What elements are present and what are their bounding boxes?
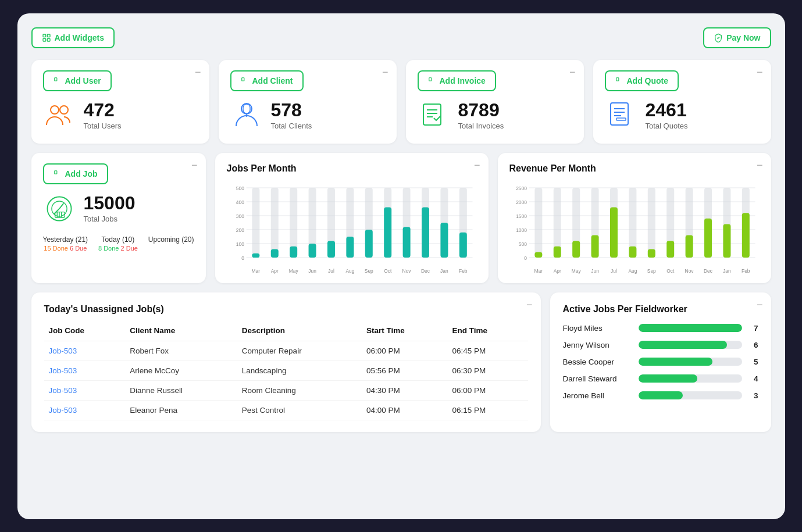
fieldworker-bar-bg (639, 391, 742, 399)
svg-rect-42 (252, 188, 259, 258)
svg-text:Nov: Nov (685, 267, 694, 273)
fieldworker-count: 7 (748, 324, 758, 333)
svg-rect-17 (616, 77, 618, 80)
jobs-card-minus[interactable]: − (191, 160, 198, 170)
job-code-link[interactable]: Job-503 (49, 366, 77, 375)
svg-text:Apr: Apr (553, 267, 561, 273)
top-bar: Add Widgets Pay Now (31, 27, 771, 48)
svg-text:Jul: Jul (611, 267, 617, 273)
widget-icon (42, 33, 51, 42)
svg-text:Jun: Jun (591, 267, 599, 273)
quotes-card-minus[interactable]: − (757, 67, 763, 77)
dashboard: Add Widgets Pay Now − Add User (17, 13, 785, 519)
jobs-chart-minus[interactable]: − (474, 160, 480, 170)
svg-text:Feb: Feb (742, 267, 750, 273)
svg-text:Aug: Aug (628, 267, 637, 273)
svg-text:2000: 2000 (516, 199, 527, 205)
users-card: − Add User 472 Tota (31, 60, 209, 144)
add-client-button[interactable]: Add Client (230, 70, 304, 91)
svg-point-7 (60, 106, 68, 114)
col-job-code: Job Code (44, 323, 126, 341)
svg-rect-100 (591, 235, 598, 257)
unassigned-jobs-minus[interactable]: − (526, 299, 533, 310)
job-code-link[interactable]: Job-503 (49, 347, 77, 355)
svg-text:Apr: Apr (270, 267, 278, 273)
svg-text:1000: 1000 (516, 227, 527, 233)
add-invoice-button[interactable]: Add Invoice (418, 70, 496, 91)
svg-rect-52 (308, 244, 316, 258)
svg-text:Feb: Feb (459, 267, 468, 273)
jobs-icon (43, 192, 76, 225)
svg-text:Mar: Mar (251, 267, 260, 273)
fieldworker-name: Bessie Cooper (563, 358, 633, 366)
quote-add-icon (615, 77, 623, 85)
summary-row: − Add User 472 Tota (31, 60, 771, 144)
svg-rect-8 (241, 77, 244, 80)
client-icon (230, 99, 263, 132)
fieldworker-list: Floyd Miles 7 Jenny Wilson 6 Bessie Coop… (563, 324, 758, 400)
svg-rect-97 (572, 241, 580, 258)
add-widgets-button[interactable]: Add Widgets (31, 27, 115, 48)
svg-rect-112 (666, 241, 674, 258)
svg-text:1500: 1500 (516, 213, 527, 219)
col-client-name: Client Name (125, 323, 237, 341)
svg-text:Jan: Jan (723, 267, 731, 273)
job-code-link[interactable]: Job-503 (49, 386, 77, 395)
fieldworker-name: Jenny Wilson (563, 341, 633, 349)
fieldworker-card-minus[interactable]: − (757, 299, 763, 310)
svg-text:2500: 2500 (516, 185, 527, 191)
clients-card-minus[interactable]: − (382, 67, 388, 77)
svg-rect-22 (616, 118, 626, 120)
svg-rect-64 (384, 207, 391, 257)
revenue-chart-minus[interactable]: − (757, 160, 763, 170)
fieldworker-row: Jenny Wilson 6 (563, 341, 758, 349)
jobs-chart-card: − Jobs Per Month 0100200300400500MarAprM… (215, 153, 489, 283)
svg-rect-0 (43, 34, 46, 37)
users-card-minus[interactable]: − (195, 67, 201, 77)
svg-rect-91 (534, 252, 542, 258)
svg-rect-43 (252, 253, 259, 257)
jobs-meta: Yesterday (21) 15 Done 6 Due Today (10) … (43, 235, 194, 252)
col-description: Description (237, 323, 362, 341)
svg-rect-67 (402, 227, 410, 258)
svg-text:Oct: Oct (666, 267, 675, 273)
add-quote-button[interactable]: Add Quote (605, 70, 679, 91)
fieldworker-count: 4 (748, 374, 758, 383)
users-icon (43, 99, 76, 132)
invoice-add-icon (428, 77, 436, 85)
pay-now-button[interactable]: Pay Now (703, 27, 771, 48)
fieldworker-name: Jerome Bell (563, 391, 633, 400)
svg-rect-46 (270, 249, 278, 257)
quotes-card: − Add Quote 2461 (593, 60, 771, 144)
revenue-chart: 05001000150020002500MarAprMayJunJulAugSe… (509, 182, 760, 275)
fieldworker-count: 5 (748, 358, 758, 366)
fieldworker-bar-bg (639, 324, 742, 332)
fieldworker-bar (639, 391, 683, 399)
svg-text:Dec: Dec (704, 267, 713, 273)
upcoming-label: Upcoming (20) (148, 235, 194, 244)
invoices-card-minus[interactable]: − (569, 67, 576, 77)
today-stats: 8 Done 2 Due (98, 245, 138, 252)
svg-rect-124 (742, 213, 749, 258)
svg-text:Sep: Sep (364, 267, 373, 273)
clients-card: − Add Client 578 To (219, 60, 397, 144)
svg-text:Aug: Aug (345, 267, 354, 273)
job-code-link[interactable]: Job-503 (49, 406, 77, 415)
svg-rect-1 (47, 34, 50, 37)
svg-text:0: 0 (241, 255, 244, 260)
col-end-time: End Time (447, 323, 527, 341)
svg-rect-76 (459, 232, 466, 257)
add-job-button[interactable]: Add Job (43, 163, 108, 184)
add-user-button[interactable]: Add User (43, 70, 112, 91)
svg-rect-13 (423, 104, 441, 125)
invoice-icon (418, 99, 450, 132)
fieldworker-name: Darrell Steward (563, 374, 633, 383)
svg-text:400: 400 (236, 199, 244, 205)
fieldworker-bar (639, 341, 728, 349)
user-add-icon (54, 77, 62, 85)
svg-text:300: 300 (236, 213, 244, 219)
yesterday-label: Yesterday (21) (43, 235, 88, 244)
fieldworker-bar-bg (639, 358, 742, 366)
invoices-card: − Add Invoice 87 (406, 60, 584, 144)
svg-text:Sep: Sep (647, 267, 655, 273)
